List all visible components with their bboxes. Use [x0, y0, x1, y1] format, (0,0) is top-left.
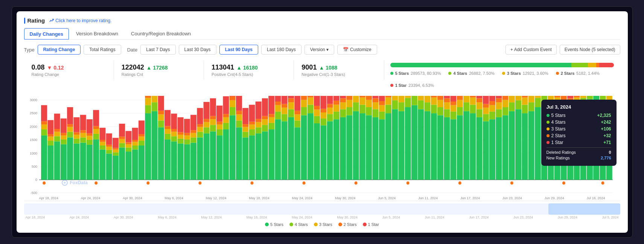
- svg-rect-287: [392, 100, 398, 109]
- svg-rect-319: [431, 96, 437, 97]
- svg-rect-382: [515, 100, 521, 109]
- svg-rect-47: [80, 138, 86, 143]
- svg-rect-273: [372, 102, 378, 109]
- btn-rating-change[interactable]: Rating Change: [38, 45, 81, 55]
- svg-rect-373: [502, 100, 508, 107]
- svg-rect-81: [125, 152, 131, 180]
- stat-change-4: ▲ 1088: [319, 65, 337, 71]
- star-5-label: 5 Stars: [395, 71, 409, 76]
- tooltip-1star-val: +71: [603, 140, 611, 145]
- tooltip-new-label: New Ratings: [547, 156, 570, 160]
- svg-rect-216: [301, 115, 307, 180]
- stat-label-2: Ratings Cnt: [122, 72, 196, 77]
- tab-version-breakdown[interactable]: Version Breakdown: [70, 28, 124, 39]
- btn-last-180-days[interactable]: Last 180 Days: [261, 45, 301, 55]
- svg-rect-150: [210, 98, 216, 116]
- svg-rect-254: [346, 96, 352, 100]
- rating-title: Rating: [24, 17, 45, 24]
- legend-1star-label: 1 Star: [368, 222, 379, 227]
- tab-daily-changes[interactable]: Daily Changes: [24, 28, 69, 39]
- svg-rect-123: [177, 135, 183, 139]
- x-label-13: Jul 16, 2024: [586, 196, 605, 200]
- improve-rating-link[interactable]: Click here to improve rating.: [49, 18, 111, 23]
- svg-rect-247: [340, 109, 346, 117]
- minimap[interactable]: [24, 203, 620, 215]
- minimap-label-7: May 30, 2024: [337, 215, 358, 219]
- svg-rect-246: [340, 117, 346, 180]
- chart-area: 3000 2500 2000 1500 1000 500 0 -500 Jul …: [24, 96, 620, 201]
- svg-rect-25: [47, 120, 53, 134]
- svg-rect-200: [275, 96, 281, 102]
- btn-add-custom-event[interactable]: + Add Custom Event: [505, 45, 557, 55]
- btn-total-ratings[interactable]: Total Ratings: [84, 45, 121, 55]
- svg-point-465: [510, 181, 513, 185]
- svg-rect-361: [489, 119, 495, 180]
- svg-rect-152: [216, 129, 222, 135]
- svg-rect-140: [197, 108, 203, 124]
- outer-frame: Rating Click here to improve rating. Dai…: [12, 6, 633, 238]
- svg-rect-174: [242, 124, 248, 127]
- star-5-stats: 289573, 80.93%: [411, 71, 441, 76]
- svg-rect-377: [509, 102, 515, 111]
- svg-rect-224: [307, 96, 313, 97]
- svg-rect-425: [567, 96, 573, 98]
- stat-value-3: 113041: [212, 64, 234, 71]
- svg-rect-71: [112, 156, 118, 180]
- svg-rect-257: [353, 102, 359, 111]
- svg-rect-198: [275, 105, 281, 112]
- svg-rect-235: [320, 96, 326, 109]
- svg-rect-83: [125, 144, 131, 148]
- svg-rect-185: [255, 102, 261, 119]
- tabs-row: Daily Changes Version Breakdown Country/…: [24, 28, 620, 39]
- svg-rect-49: [80, 130, 86, 133]
- svg-rect-363: [489, 105, 495, 112]
- svg-rect-281: [385, 113, 391, 180]
- svg-rect-179: [249, 122, 255, 125]
- svg-rect-51: [86, 145, 92, 180]
- svg-rect-321: [437, 115, 443, 180]
- svg-rect-62: [99, 145, 105, 150]
- svg-rect-73: [112, 150, 118, 153]
- svg-rect-338: [457, 100, 463, 107]
- btn-version[interactable]: Version ▾: [304, 45, 334, 55]
- svg-rect-293: [398, 96, 404, 102]
- tooltip-date: Jul 3, 2024: [547, 104, 611, 110]
- svg-rect-194: [268, 114, 274, 117]
- svg-rect-374: [502, 96, 508, 100]
- svg-rect-88: [132, 142, 138, 145]
- rating-bar-accent: [24, 18, 25, 24]
- star-1-stats: 23394, 6.53%: [408, 83, 434, 88]
- minimap-label-9: Jun 11, 2024: [425, 215, 444, 219]
- foxdata-text: FoxData: [70, 180, 88, 185]
- svg-rect-251: [346, 115, 352, 180]
- svg-point-467: [601, 181, 604, 185]
- svg-rect-142: [203, 127, 209, 133]
- svg-rect-38: [67, 127, 73, 132]
- svg-rect-208: [288, 102, 294, 109]
- btn-events-node[interactable]: Events Node (5 selected): [560, 45, 620, 55]
- btn-customize[interactable]: 📅 Customize: [337, 45, 377, 55]
- svg-rect-74: [112, 148, 118, 149]
- chart-up-icon: [49, 18, 54, 23]
- svg-rect-87: [132, 145, 138, 150]
- svg-rect-155: [216, 106, 222, 122]
- svg-rect-191: [268, 129, 274, 180]
- svg-rect-271: [372, 117, 378, 180]
- svg-rect-75: [112, 138, 118, 148]
- tab-country-breakdown[interactable]: Country/Region Breakdown: [125, 28, 196, 39]
- svg-rect-371: [502, 115, 508, 180]
- svg-rect-256: [353, 111, 359, 180]
- svg-rect-354: [476, 98, 482, 102]
- x-label-3: May 6, 2024: [165, 196, 184, 200]
- btn-last-7-days[interactable]: Last 7 Days: [140, 45, 175, 55]
- x-axis-labels: Apr 18, 2024 Apr 24, 2024 Apr 30, 2024 M…: [24, 196, 620, 200]
- svg-rect-76: [119, 147, 125, 180]
- svg-rect-243: [333, 105, 339, 112]
- btn-last-90-days[interactable]: Last 90 Days: [219, 45, 258, 55]
- svg-rect-263: [359, 97, 365, 105]
- svg-rect-392: [528, 102, 534, 111]
- svg-rect-242: [333, 112, 339, 119]
- svg-rect-22: [47, 141, 53, 145]
- btn-last-30-days[interactable]: Last 30 Days: [179, 45, 216, 55]
- svg-rect-28: [54, 132, 60, 136]
